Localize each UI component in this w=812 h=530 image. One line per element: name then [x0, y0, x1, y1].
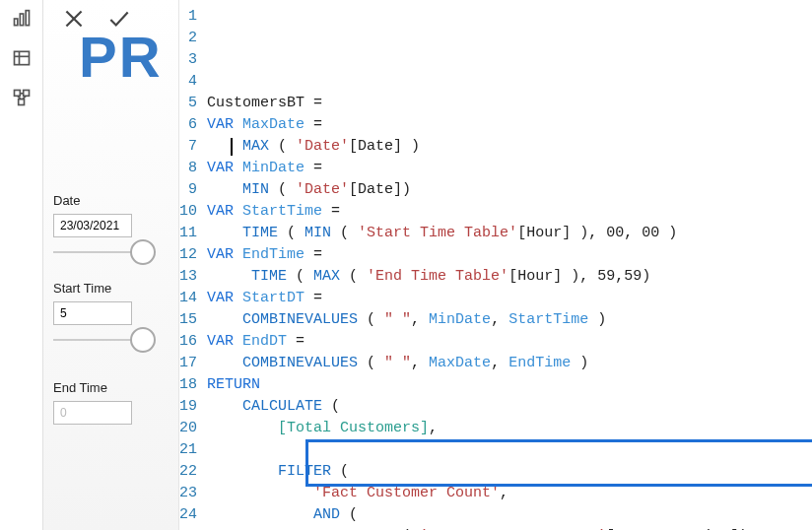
- code-line[interactable]: VAR StartTime =: [207, 201, 812, 223]
- code-line[interactable]: COMBINEVALUES ( " ", MaxDate, EndTime ): [207, 353, 812, 374]
- line-number: 4: [179, 71, 197, 93]
- line-number: 8: [179, 158, 197, 179]
- start-time-slider[interactable]: [53, 339, 142, 341]
- line-number: 21: [179, 439, 197, 461]
- line-number: 9: [179, 179, 197, 201]
- code-line[interactable]: [Total Customers],: [207, 418, 812, 439]
- code-line[interactable]: TIME ( MAX ( 'End Time Table'[Hour] ), 5…: [207, 266, 812, 288]
- code-line[interactable]: MAX ( 'Date'[Date] ): [207, 136, 812, 158]
- code-line[interactable]: CALCULATE (: [207, 396, 812, 418]
- slider-knob-icon[interactable]: [130, 239, 156, 265]
- line-number: 10: [179, 201, 197, 223]
- code-line[interactable]: VAR MinDate =: [207, 158, 812, 179]
- code-area[interactable]: CustomersBT =VAR MaxDate = MAX ( 'Date'[…: [203, 0, 812, 530]
- line-number: 1: [179, 6, 197, 28]
- filters-panel: Date Start Time End Time: [53, 193, 162, 452]
- filter-date: Date: [53, 193, 162, 253]
- line-number: 18: [179, 374, 197, 396]
- svg-rect-7: [23, 91, 29, 97]
- date-input[interactable]: [53, 214, 132, 237]
- code-line[interactable]: 'Fact Customer Count',: [207, 483, 812, 504]
- code-line[interactable]: VAR EndDT =: [207, 331, 812, 353]
- bar-chart-icon[interactable]: [11, 8, 33, 30]
- line-number-gutter: 123456789101112131415161718192021222324: [179, 0, 203, 530]
- code-line[interactable]: FILTER (: [207, 461, 812, 483]
- line-number: 14: [179, 288, 197, 309]
- code-line[interactable]: [207, 439, 812, 461]
- dax-editor[interactable]: 123456789101112131415161718192021222324 …: [178, 0, 812, 530]
- filter-date-label: Date: [53, 193, 162, 208]
- svg-rect-1: [20, 14, 23, 26]
- line-number: 13: [179, 266, 197, 288]
- code-line[interactable]: COMBINEVALUES ( " ", MinDate, StartTime …: [207, 309, 812, 331]
- line-number: 11: [179, 223, 197, 244]
- text-caret-icon: [231, 138, 233, 156]
- line-number: 24: [179, 504, 197, 526]
- line-number: 7: [179, 136, 197, 158]
- line-number: 15: [179, 309, 197, 331]
- line-number: 5: [179, 93, 197, 114]
- code-line[interactable]: CustomersBT =: [207, 93, 812, 114]
- line-number: 23: [179, 483, 197, 504]
- line-number: 19: [179, 396, 197, 418]
- line-number: 12: [179, 244, 197, 266]
- code-line[interactable]: VALUE ( 'Fact Customer Count'[StartDateT…: [207, 526, 812, 530]
- end-time-input[interactable]: [53, 401, 132, 425]
- line-number: 2: [179, 28, 197, 49]
- code-line[interactable]: VAR EndTime =: [207, 244, 812, 266]
- start-time-input[interactable]: [53, 301, 132, 325]
- code-line[interactable]: VAR MaxDate =: [207, 114, 812, 136]
- line-number: 22: [179, 461, 197, 483]
- line-number: 17: [179, 353, 197, 374]
- svg-rect-2: [26, 11, 29, 26]
- svg-rect-6: [14, 91, 20, 97]
- model-icon[interactable]: [11, 87, 33, 108]
- line-number: 16: [179, 331, 197, 353]
- code-line[interactable]: VAR StartDT =: [207, 288, 812, 309]
- svg-rect-8: [18, 99, 24, 105]
- filter-start-time-label: Start Time: [53, 281, 162, 296]
- slider-knob-icon[interactable]: [130, 327, 156, 353]
- code-line[interactable]: AND (: [207, 504, 812, 526]
- line-number: 6: [179, 114, 197, 136]
- filter-start-time: Start Time: [53, 281, 162, 341]
- main-area: PR Date Start Time End Time 123456789101…: [43, 0, 812, 530]
- code-line[interactable]: TIME ( MIN ( 'Start Time Table'[Hour] ),…: [207, 223, 812, 244]
- line-number: 20: [179, 418, 197, 439]
- code-line[interactable]: MIN ( 'Date'[Date]): [207, 179, 812, 201]
- svg-rect-0: [14, 19, 17, 26]
- filter-end-time: End Time: [53, 380, 162, 425]
- table-icon[interactable]: [11, 47, 33, 69]
- date-slider[interactable]: [53, 251, 142, 253]
- filter-end-time-label: End Time: [53, 380, 162, 395]
- svg-rect-3: [14, 51, 29, 64]
- view-rail: [0, 0, 43, 530]
- line-number: 3: [179, 49, 197, 71]
- code-line[interactable]: RETURN: [207, 374, 812, 396]
- watermark: PR: [79, 24, 163, 90]
